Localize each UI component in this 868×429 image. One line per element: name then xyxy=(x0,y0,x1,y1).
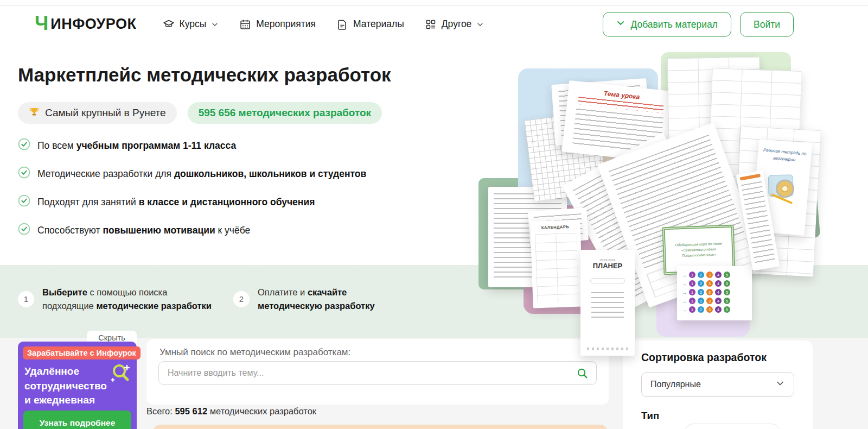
promo-tag: Зарабатывайте с Инфоурок xyxy=(23,346,141,359)
search-icon[interactable] xyxy=(576,367,589,382)
results-total: Всего: 595 612 методических разработок xyxy=(146,406,316,417)
nav-item-materials[interactable]: Материалы xyxy=(336,18,404,30)
sort-panel: Сортировка разработок Популярные Тип xyxy=(623,340,813,429)
collage-planner-sheet: 2023-2024 ПЛАНЕР xyxy=(580,250,635,356)
brand-logo-text: ИНФОУРОК xyxy=(50,16,136,33)
promo-cta-button[interactable]: Узнать подробнее xyxy=(23,411,131,429)
header-actions: Добавить материал Войти xyxy=(603,12,794,36)
step-2-number: 2 xyxy=(233,291,250,307)
page: Ч ИНФОУРОК Курсы Мероприятия xyxy=(0,0,868,429)
calendar-icon xyxy=(239,18,251,30)
page-title: Маркетплейс методических разработок xyxy=(18,64,391,86)
chevron-down-icon xyxy=(476,21,484,28)
sort-select-value: Популярные xyxy=(650,380,701,389)
magnifier-icon xyxy=(108,361,133,388)
bottom-section: Скрыть Зарабатывайте с Инфоурок Удалённо… xyxy=(0,338,868,429)
login-button[interactable]: Войти xyxy=(740,12,794,36)
brand-logo[interactable]: Ч ИНФОУРОК xyxy=(35,15,137,34)
add-material-button[interactable]: Добавить материал xyxy=(603,12,731,36)
search-box xyxy=(158,361,597,385)
step-2: 2 Оплатите и скачайте методическую разра… xyxy=(233,286,375,313)
step-1-number: 1 xyxy=(18,291,34,307)
grid-icon xyxy=(425,18,437,30)
trophy-icon xyxy=(29,106,40,120)
hero-badges: Самый крупный в Рунете 595 656 методичес… xyxy=(18,102,382,124)
check-circle-icon xyxy=(18,223,30,238)
nav-item-courses[interactable]: Курсы xyxy=(163,18,219,30)
search-label: Умный поиск по методическим разработкам: xyxy=(159,347,350,358)
check-circle-icon xyxy=(18,166,30,181)
sort-select[interactable]: Популярные xyxy=(641,372,794,397)
feature-item: По всем учебным программам 1-11 класса xyxy=(18,138,366,153)
feature-list: По всем учебным программам 1-11 класса М… xyxy=(18,138,366,251)
count-badge: 595 656 методических разработок xyxy=(188,102,382,124)
sort-panel-title: Сортировка разработок xyxy=(641,351,767,364)
chevron-down-icon xyxy=(775,378,785,390)
chevron-down-icon xyxy=(616,18,625,30)
numbers-grid: →12345→12345→12345→12345→12345 xyxy=(681,272,748,313)
graduation-cap-icon xyxy=(163,18,175,30)
rank-badge: Самый крупный в Рунете xyxy=(18,102,177,124)
collage-calendar-sheet: КАЛЕНДАРЬ xyxy=(530,219,583,308)
brand-logo-icon: Ч xyxy=(35,14,48,33)
feature-item: Методические разработки для дошкольников… xyxy=(18,166,366,181)
promo-banner[interactable]: Зарабатывайте с Инфоурок Удалённое сотру… xyxy=(18,342,137,429)
chevron-down-icon xyxy=(211,21,219,28)
materials-collage: Тема урока КАЛЕНДАРЬ 2023-2024 ПЛАНЕР xyxy=(477,48,814,307)
document-icon xyxy=(336,18,348,30)
result-card-partial xyxy=(153,425,608,429)
feature-item: Подходят для занятий в классе и дистанци… xyxy=(18,194,366,210)
check-circle-icon xyxy=(18,138,30,153)
nav-item-other[interactable]: Другое xyxy=(425,18,484,30)
collage-numbers-game: →12345→12345→12345→12345→12345 xyxy=(677,266,752,320)
type-filter-label: Тип xyxy=(641,410,659,422)
feature-item: Способствуют повышению мотивации к учёбе xyxy=(18,223,366,238)
search-input[interactable] xyxy=(158,361,597,385)
main-nav: Курсы Мероприятия Материалы xyxy=(163,18,484,30)
filter-chip-partial xyxy=(685,424,780,429)
nav-item-events[interactable]: Мероприятия xyxy=(239,18,316,30)
check-circle-icon xyxy=(18,194,30,210)
step-1: 1 Выберите с помощью поиска подходящие м… xyxy=(18,286,212,313)
search-card: Умный поиск по методическим разработкам: xyxy=(146,339,609,405)
header: Ч ИНФОУРОК Курсы Мероприятия xyxy=(0,5,868,42)
